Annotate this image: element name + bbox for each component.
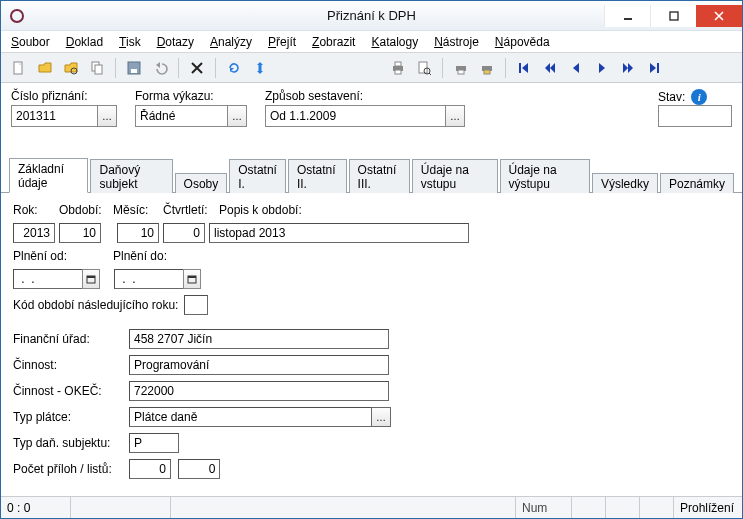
- new-icon[interactable]: [7, 56, 31, 80]
- menu-tisk[interactable]: Tisk: [113, 33, 147, 51]
- stav-input[interactable]: [658, 105, 732, 127]
- print-icon[interactable]: [386, 56, 410, 80]
- popis-label: Popis k období:: [219, 203, 302, 217]
- menu-katalogy[interactable]: Katalogy: [365, 33, 424, 51]
- menu-soubor[interactable]: Soubor: [5, 33, 56, 51]
- nav-next-icon[interactable]: [590, 56, 614, 80]
- typ-dan-subjektu-input[interactable]: [129, 433, 179, 453]
- toolbar-sep: [442, 58, 443, 78]
- cinnost-okec-input[interactable]: [129, 381, 389, 401]
- print-alt2-icon[interactable]: [475, 56, 499, 80]
- plneni-od-label: Plnění od:: [13, 249, 113, 263]
- menu-zobrazit[interactable]: Zobrazit: [306, 33, 361, 51]
- plneni-od-date-picker[interactable]: [82, 269, 100, 289]
- plneni-od-input[interactable]: [13, 269, 83, 289]
- header-fields: Číslo přiznání: … Forma výkazu: … Způsob…: [1, 83, 742, 139]
- mesic-label: Měsíc:: [113, 203, 163, 217]
- save-icon[interactable]: [122, 56, 146, 80]
- sync-icon[interactable]: [248, 56, 272, 80]
- rok-input[interactable]: [13, 223, 55, 243]
- app-window: Přiznání k DPH Soubor Doklad Tisk Dotazy…: [0, 0, 743, 519]
- mesic-input[interactable]: [117, 223, 159, 243]
- status-empty-3: [572, 497, 606, 518]
- forma-vykazu-input[interactable]: [135, 105, 227, 127]
- nav-prev-page-icon[interactable]: [538, 56, 562, 80]
- tab-udaje-na-vstupu[interactable]: Údaje na vstupu: [412, 159, 498, 193]
- menu-napoveda[interactable]: Nápověda: [489, 33, 556, 51]
- toolbar-sep: [178, 58, 179, 78]
- plneni-do-date-picker[interactable]: [183, 269, 201, 289]
- tab-vysledky[interactable]: Výsledky: [592, 173, 658, 193]
- obdobi-input[interactable]: [59, 223, 101, 243]
- svg-rect-13: [419, 62, 427, 73]
- titlebar: Přiznání k DPH: [1, 1, 742, 31]
- zpusob-sestaveni-input[interactable]: [265, 105, 445, 127]
- status-empty-1: [71, 497, 171, 518]
- ctvrtleti-label: Čtvrtletí:: [163, 203, 219, 217]
- plneni-do-label: Plnění do:: [113, 249, 167, 263]
- pocet-priloh-a-input[interactable]: [129, 459, 171, 479]
- forma-vykazu-picker[interactable]: …: [227, 105, 247, 127]
- menu-nastroje[interactable]: Nástroje: [428, 33, 485, 51]
- window-buttons: [604, 5, 742, 27]
- open-icon[interactable]: [33, 56, 57, 80]
- zpusob-sestaveni-picker[interactable]: …: [445, 105, 465, 127]
- svg-rect-16: [458, 70, 464, 74]
- cislo-priznani-input[interactable]: [11, 105, 97, 127]
- nav-prev-icon[interactable]: [564, 56, 588, 80]
- cislo-priznani-picker[interactable]: …: [97, 105, 117, 127]
- ctvrtleti-input[interactable]: [163, 223, 205, 243]
- open-alt-icon[interactable]: [59, 56, 83, 80]
- tab-ostatni-3[interactable]: Ostatní III.: [349, 159, 410, 193]
- plneni-do-input[interactable]: [114, 269, 184, 289]
- tabstrip: Základní údaje Daňový subjekt Osoby Osta…: [1, 157, 742, 193]
- tab-ostatni-2[interactable]: Ostatní II.: [288, 159, 347, 193]
- delete-icon[interactable]: [185, 56, 209, 80]
- pocet-priloh-label: Počet příloh / listů:: [13, 462, 123, 476]
- tab-danovy-subjekt[interactable]: Daňový subjekt: [90, 159, 172, 193]
- menu-dotazy[interactable]: Dotazy: [151, 33, 200, 51]
- cinnost-okec-label: Činnost - OKEČ:: [13, 384, 123, 398]
- maximize-button[interactable]: [650, 5, 696, 27]
- financni-urad-input[interactable]: [129, 329, 389, 349]
- nav-last-icon[interactable]: [642, 56, 666, 80]
- kod-obdobi-input[interactable]: [184, 295, 208, 315]
- stav-label: Stav:: [658, 90, 685, 104]
- print-preview-icon[interactable]: [412, 56, 436, 80]
- svg-rect-20: [657, 63, 659, 73]
- cinnost-input[interactable]: [129, 355, 389, 375]
- menu-doklad[interactable]: Doklad: [60, 33, 109, 51]
- tab-osoby[interactable]: Osoby: [175, 173, 228, 193]
- status-empty-4: [606, 497, 640, 518]
- typ-platce-picker[interactable]: …: [371, 407, 391, 427]
- svg-rect-12: [395, 70, 401, 74]
- typ-platce-input[interactable]: [129, 407, 371, 427]
- svg-rect-18: [484, 70, 490, 74]
- menu-analyzy[interactable]: Analýzy: [204, 33, 258, 51]
- typ-dan-subjektu-label: Typ daň. subjektu:: [13, 436, 123, 450]
- svg-rect-1: [624, 18, 632, 20]
- menu-prejit[interactable]: Přejít: [262, 33, 302, 51]
- toolbar-sep: [505, 58, 506, 78]
- nav-next-page-icon[interactable]: [616, 56, 640, 80]
- svg-rect-9: [259, 65, 262, 71]
- print-alt1-icon[interactable]: [449, 56, 473, 80]
- obdobi-label: Období:: [59, 203, 113, 217]
- close-button[interactable]: [696, 5, 742, 27]
- undo-icon[interactable]: [148, 56, 172, 80]
- info-icon[interactable]: i: [691, 89, 707, 105]
- copy-icon[interactable]: [85, 56, 109, 80]
- toolbar-sep: [215, 58, 216, 78]
- pocet-priloh-b-input[interactable]: [178, 459, 220, 479]
- refresh-icon[interactable]: [222, 56, 246, 80]
- tab-udaje-na-vystupu[interactable]: Údaje na výstupu: [500, 159, 590, 193]
- tab-ostatni-1[interactable]: Ostatní I.: [229, 159, 286, 193]
- svg-rect-11: [395, 62, 401, 66]
- kod-obdobi-label: Kód období následujícího roku:: [13, 298, 178, 312]
- tab-zakladni-udaje[interactable]: Základní údaje: [9, 158, 88, 193]
- tab-poznamky[interactable]: Poznámky: [660, 173, 734, 193]
- popis-input[interactable]: [209, 223, 469, 243]
- status-empty-5: [640, 497, 674, 518]
- minimize-button[interactable]: [604, 5, 650, 27]
- nav-first-icon[interactable]: [512, 56, 536, 80]
